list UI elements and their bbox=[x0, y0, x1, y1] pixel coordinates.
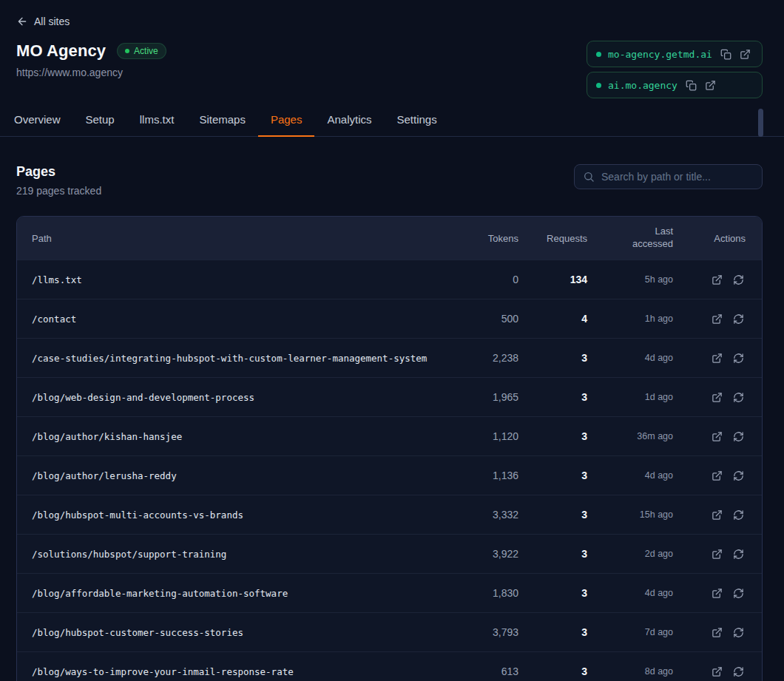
cell-last-accessed: 7d ago bbox=[587, 627, 673, 637]
refresh-icon[interactable] bbox=[733, 627, 744, 638]
cell-last-accessed: 8d ago bbox=[587, 666, 673, 677]
cell-path: /blog/author/kishan-hansjee bbox=[17, 431, 430, 442]
tab-sitemaps[interactable]: Sitemaps bbox=[186, 106, 258, 137]
table-row[interactable]: /blog/author/lerusha-reddy 1,136 3 4d ag… bbox=[17, 455, 762, 495]
table-row[interactable]: /blog/ways-to-improve-your-inmail-respon… bbox=[17, 651, 762, 681]
cell-actions bbox=[673, 549, 762, 560]
table-row[interactable]: /blog/web-design-and-development-process… bbox=[17, 377, 762, 416]
table-body: /llms.txt 0 134 5h ago /contact 500 4 1h… bbox=[17, 260, 762, 681]
cell-path: /blog/hubspot-multi-accounts-vs-brands bbox=[17, 509, 430, 521]
cell-requests: 134 bbox=[518, 274, 587, 285]
domain-label: ai.mo.agency bbox=[608, 80, 677, 91]
tab-pages[interactable]: Pages bbox=[258, 106, 315, 137]
external-link-icon[interactable] bbox=[712, 588, 723, 599]
cell-path: /solutions/hubspot/support-training bbox=[17, 549, 430, 560]
column-header-requests: Requests bbox=[518, 233, 587, 244]
cell-tokens: 3,793 bbox=[430, 626, 518, 638]
cell-last-accessed: 2d ago bbox=[587, 549, 673, 559]
tab-setup[interactable]: Setup bbox=[73, 106, 127, 137]
table-row[interactable]: /blog/hubspot-multi-accounts-vs-brands 3… bbox=[17, 495, 762, 534]
external-link-icon[interactable] bbox=[712, 549, 723, 560]
table-header-row: Path Tokens Requests Last accessed Actio… bbox=[17, 217, 762, 260]
cell-actions bbox=[673, 509, 762, 521]
cell-path: /blog/affordable-marketing-automation-so… bbox=[17, 588, 430, 599]
table-row[interactable]: /blog/author/kishan-hansjee 1,120 3 36m … bbox=[17, 416, 762, 455]
domain-status-dot-icon bbox=[596, 83, 601, 88]
refresh-icon[interactable] bbox=[733, 509, 744, 521]
cell-tokens: 1,136 bbox=[430, 470, 518, 481]
cell-last-accessed: 1d ago bbox=[587, 392, 673, 402]
cell-last-accessed: 4d ago bbox=[587, 470, 673, 481]
cell-tokens: 1,120 bbox=[430, 430, 518, 442]
external-link-icon[interactable] bbox=[712, 666, 723, 677]
external-link-icon[interactable] bbox=[712, 314, 723, 325]
cell-last-accessed: 15h ago bbox=[587, 509, 673, 520]
page-title: MO Agency bbox=[16, 41, 106, 61]
tab-settings[interactable]: Settings bbox=[385, 106, 450, 137]
cell-actions bbox=[673, 666, 762, 677]
cell-requests: 3 bbox=[518, 352, 587, 364]
external-link-icon[interactable] bbox=[712, 627, 723, 638]
pages-section: Pages 219 pages tracked Path Tokens Requ… bbox=[0, 137, 784, 681]
tab-overview[interactable]: Overview bbox=[1, 106, 73, 137]
refresh-icon[interactable] bbox=[733, 314, 744, 325]
table-row[interactable]: /case-studies/integrating-hubspot-with-c… bbox=[17, 338, 762, 377]
table-row[interactable]: /blog/hubspot-customer-success-stories 3… bbox=[17, 612, 762, 651]
refresh-icon[interactable] bbox=[733, 549, 744, 560]
cell-last-accessed: 5h ago bbox=[587, 274, 673, 285]
cell-requests: 3 bbox=[518, 665, 587, 677]
refresh-icon[interactable] bbox=[733, 431, 744, 442]
copy-icon[interactable] bbox=[720, 49, 731, 60]
copy-icon[interactable] bbox=[686, 80, 697, 91]
domain-pill[interactable]: mo-agency.getmd.ai bbox=[587, 41, 763, 67]
external-link-icon[interactable] bbox=[712, 353, 723, 364]
cell-tokens: 1,830 bbox=[430, 587, 518, 599]
cell-actions bbox=[673, 470, 762, 481]
search-box bbox=[574, 164, 763, 189]
column-header-path: Path bbox=[17, 233, 430, 244]
cell-actions bbox=[673, 274, 762, 285]
table-row[interactable]: /llms.txt 0 134 5h ago bbox=[17, 260, 762, 299]
external-link-icon[interactable] bbox=[705, 80, 716, 91]
scrollbar-thumb[interactable] bbox=[758, 109, 763, 137]
table-row[interactable]: /blog/affordable-marketing-automation-so… bbox=[17, 573, 762, 612]
cell-requests: 3 bbox=[518, 470, 587, 481]
cell-path: /blog/ways-to-improve-your-inmail-respon… bbox=[17, 666, 430, 677]
external-link-icon[interactable] bbox=[740, 49, 751, 60]
refresh-icon[interactable] bbox=[733, 588, 744, 599]
table-row[interactable]: /solutions/hubspot/support-training 3,92… bbox=[17, 534, 762, 573]
domain-label: mo-agency.getmd.ai bbox=[608, 49, 712, 60]
cell-tokens: 3,332 bbox=[430, 509, 518, 521]
tab-llms-txt[interactable]: llms.txt bbox=[127, 106, 187, 137]
external-link-icon[interactable] bbox=[712, 470, 723, 481]
tab-analytics[interactable]: Analytics bbox=[314, 106, 384, 137]
column-header-tokens: Tokens bbox=[430, 233, 518, 244]
external-link-icon[interactable] bbox=[712, 274, 723, 285]
cell-tokens: 613 bbox=[430, 665, 518, 677]
search-input[interactable] bbox=[574, 164, 763, 189]
cell-requests: 3 bbox=[518, 587, 587, 599]
cell-requests: 3 bbox=[518, 430, 587, 442]
domain-pill[interactable]: ai.mo.agency bbox=[587, 72, 763, 98]
cell-actions bbox=[673, 314, 762, 325]
search-icon bbox=[583, 171, 595, 183]
cell-last-accessed: 4d ago bbox=[587, 353, 673, 363]
external-link-icon[interactable] bbox=[712, 509, 723, 521]
refresh-icon[interactable] bbox=[733, 274, 744, 285]
cell-path: /llms.txt bbox=[17, 274, 430, 285]
external-link-icon[interactable] bbox=[712, 431, 723, 442]
pages-table: Path Tokens Requests Last accessed Actio… bbox=[16, 216, 763, 681]
cell-requests: 3 bbox=[518, 626, 587, 638]
refresh-icon[interactable] bbox=[733, 666, 744, 677]
cell-requests: 3 bbox=[518, 509, 587, 521]
status-badge: Active bbox=[117, 43, 166, 59]
back-to-all-sites-link[interactable]: All sites bbox=[16, 16, 70, 27]
external-link-icon[interactable] bbox=[712, 392, 723, 403]
refresh-icon[interactable] bbox=[733, 353, 744, 364]
table-row[interactable]: /contact 500 4 1h ago bbox=[17, 299, 762, 338]
cell-tokens: 0 bbox=[430, 274, 518, 285]
domain-pill-list: mo-agency.getmd.ai ai.mo.agency bbox=[587, 41, 763, 98]
refresh-icon[interactable] bbox=[733, 392, 744, 403]
refresh-icon[interactable] bbox=[733, 470, 744, 481]
tab-bar: Overview Setup llms.txt Sitemaps Pages A… bbox=[0, 106, 784, 137]
